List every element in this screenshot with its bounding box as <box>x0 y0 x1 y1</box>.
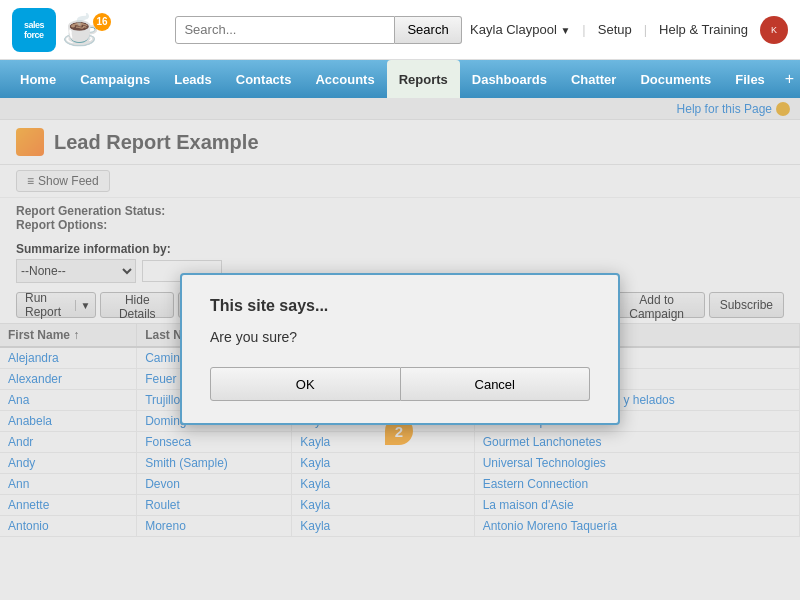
modal-title: This site says... <box>210 297 590 315</box>
nav-item-reports[interactable]: Reports <box>387 60 460 98</box>
nav-item-contacts[interactable]: Contacts <box>224 60 304 98</box>
search-area: Search <box>167 16 470 44</box>
modal-cancel-button[interactable]: Cancel <box>401 367 591 401</box>
logo-area: salesforce ☕ 16 <box>12 8 167 52</box>
modal-ok-button[interactable]: OK <box>210 367 401 401</box>
setup-link[interactable]: Setup <box>598 22 632 37</box>
search-input[interactable] <box>175 16 395 44</box>
separator2: | <box>644 22 647 37</box>
nav-item-accounts[interactable]: Accounts <box>303 60 386 98</box>
nav-item-chatter[interactable]: Chatter <box>559 60 629 98</box>
modal-overlay: This site says... Are you sure? OK Cance… <box>0 98 800 600</box>
header-nav: Kayla Claypool ▼ | Setup | Help & Traini… <box>470 16 788 44</box>
nav-item-campaigns[interactable]: Campaigns <box>68 60 162 98</box>
avatar: K <box>760 16 788 44</box>
nav-item-dashboards[interactable]: Dashboards <box>460 60 559 98</box>
user-menu[interactable]: Kayla Claypool ▼ <box>470 22 570 37</box>
modal-dialog: This site says... Are you sure? OK Cance… <box>180 273 620 425</box>
header: salesforce ☕ 16 Search Kayla Claypool ▼ … <box>0 0 800 60</box>
navbar: Home Campaigns Leads Contacts Accounts R… <box>0 60 800 98</box>
nav-item-home[interactable]: Home <box>8 60 68 98</box>
chevron-down-icon: ▼ <box>560 25 570 36</box>
search-button[interactable]: Search <box>395 16 461 44</box>
modal-message: Are you sure? <box>210 329 590 345</box>
help-training-link[interactable]: Help & Training <box>659 22 748 37</box>
nav-item-documents[interactable]: Documents <box>628 60 723 98</box>
separator: | <box>582 22 585 37</box>
nav-more-icon[interactable]: + <box>777 60 800 98</box>
nav-item-leads[interactable]: Leads <box>162 60 224 98</box>
notification-badge: 16 <box>93 13 111 31</box>
page-content: Help for this Page Lead Report Example ≡… <box>0 98 800 600</box>
modal-buttons: OK Cancel <box>210 367 590 401</box>
salesforce-logo: salesforce <box>12 8 56 52</box>
nav-item-files[interactable]: Files <box>723 60 777 98</box>
